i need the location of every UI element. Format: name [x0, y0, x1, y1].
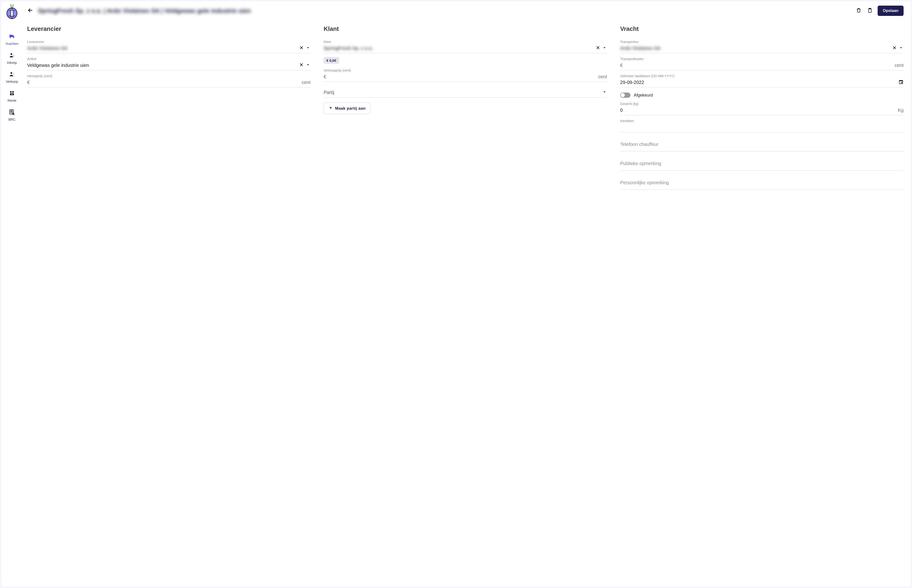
public-remark-placeholder: Publieke opmerking [620, 161, 661, 166]
currency-prefix: € [620, 63, 623, 68]
customer-column: Klant Klant SpringFresh Sp. z o.o. € 0,0… [323, 25, 607, 190]
customer-value: SpringFresh Sp. z o.o. [323, 45, 594, 52]
topbar: SpringFresh Sp. z o.o. | Ardo Violaines … [27, 6, 904, 16]
rejected-toggle[interactable] [620, 92, 631, 98]
svg-point-1 [11, 53, 12, 55]
sidebar-item-vrachten[interactable]: Vrachten [2, 33, 23, 45]
supplier-column: Leverancier Leverancier Ardo Violaines S… [27, 25, 310, 190]
driver-phone-field[interactable]: Telefoon chauffeur [620, 136, 904, 152]
svg-rect-6 [11, 94, 13, 95]
chevron-down-icon[interactable] [602, 45, 607, 51]
truck-icon [9, 33, 15, 40]
sidebar-item-rente[interactable]: Rente [2, 90, 23, 102]
price-chip: € 0,00 [323, 57, 339, 64]
create-batch-label: Maak partij aan [335, 106, 365, 111]
chevron-down-icon[interactable] [306, 45, 310, 51]
transport-cost-value [624, 65, 893, 66]
sale-price-value [328, 76, 597, 77]
freight-heading: Vracht [620, 25, 904, 32]
field-label: Inkoopprijs (cent) [27, 74, 310, 78]
personal-remark-field[interactable]: Persoonlijke opmerking [620, 174, 904, 190]
svg-point-3 [10, 91, 12, 93]
kg-suffix: Kg [898, 108, 904, 113]
close-icon[interactable] [595, 45, 600, 51]
customer-field[interactable]: Klant SpringFresh Sp. z o.o. [323, 40, 607, 53]
sale-icon [9, 71, 15, 78]
article-value: Veldgewas gele industrie uien [27, 62, 298, 68]
document-search-icon [9, 109, 15, 116]
currency-prefix: € [27, 80, 30, 85]
personal-remark-placeholder: Persoonlijke opmerking [620, 180, 669, 185]
sidebar-item-brc[interactable]: BRC [2, 109, 23, 121]
chevron-down-icon[interactable] [898, 45, 904, 51]
create-batch-button[interactable]: Maak partij aan [323, 103, 370, 114]
svg-point-2 [11, 72, 12, 74]
chevron-down-icon[interactable] [306, 62, 310, 68]
field-label: Transporteur [620, 40, 904, 44]
customer-heading: Klant [323, 25, 607, 32]
sidebar-item-label: BRC [8, 118, 15, 121]
close-icon[interactable] [299, 45, 304, 51]
close-icon[interactable] [892, 45, 897, 51]
sidebar-item-label: Rente [8, 99, 16, 102]
field-label: Transportkosten [620, 57, 904, 61]
sidebar: Vrachten Inkoop Verkoop Rente BRC [2, 2, 23, 586]
field-label: Leverancier [27, 40, 310, 44]
arrow-left-icon [27, 10, 34, 14]
cent-suffix: cent [895, 63, 904, 68]
carrier-field[interactable]: Transporteur Ardo Violaines SA [620, 40, 904, 53]
clipboard-icon [867, 8, 873, 14]
clipboard-button[interactable] [867, 7, 873, 14]
purchase-price-field[interactable]: Inkoopprijs (cent) € cent [27, 74, 310, 87]
article-field[interactable]: Artikel Veldgewas gele industrie uien [27, 57, 310, 70]
sidebar-item-verkoop[interactable]: Verkoop [2, 71, 23, 84]
sidebar-item-label: Verkoop [6, 80, 18, 84]
svg-rect-12 [899, 81, 903, 81]
driver-phone-placeholder: Telefoon chauffeur [620, 142, 658, 147]
field-label: Kenteken [620, 119, 904, 123]
currency-prefix: € [323, 74, 326, 79]
carrier-value: Ardo Violaines SA [620, 45, 891, 52]
page-title: SpringFresh Sp. z o.o. | Ardo Violaines … [38, 7, 851, 15]
purchase-icon [9, 52, 15, 60]
supplier-heading: Leverancier [27, 25, 310, 32]
sale-price-field[interactable]: Verkoopprijs (cent) € cent [323, 68, 607, 82]
cent-suffix: cent [302, 80, 310, 85]
supplier-value: Ardo Violaines SA [27, 45, 298, 52]
main-content: SpringFresh Sp. z o.o. | Ardo Violaines … [23, 2, 910, 586]
batch-field[interactable]: Partij [323, 86, 607, 97]
field-label: Gewicht (kg) [620, 102, 904, 106]
chevron-down-icon[interactable] [602, 89, 607, 95]
supplier-field[interactable]: Leverancier Ardo Violaines SA [27, 40, 310, 53]
cent-suffix: cent [598, 74, 607, 79]
plus-icon [328, 106, 333, 111]
field-label: Klant [323, 40, 607, 44]
license-plate-input[interactable] [620, 124, 904, 131]
purchase-price-value [31, 82, 300, 83]
sidebar-item-label: Vrachten [5, 42, 18, 45]
interest-icon [9, 90, 15, 97]
sidebar-item-label: Inkoop [7, 61, 17, 65]
back-button[interactable] [27, 7, 34, 15]
close-icon[interactable] [299, 62, 304, 68]
freight-column: Vracht Transporteur Ardo Violaines SA Tr… [620, 25, 904, 190]
batch-label: Partij [323, 89, 600, 95]
calendar-icon[interactable] [898, 79, 904, 85]
transport-cost-field[interactable]: Transportkosten € cent [620, 57, 904, 70]
field-label: Artikel [27, 57, 310, 61]
delete-button[interactable] [855, 7, 862, 14]
rejected-label: Afgekeurd [634, 93, 653, 98]
save-button[interactable]: Opslaan [878, 6, 904, 16]
weight-field[interactable]: Gewicht (kg) 0 Kg [620, 102, 904, 115]
svg-point-4 [12, 91, 14, 93]
license-plate-field[interactable]: Kenteken [620, 119, 904, 132]
weight-value: 0 [620, 107, 897, 113]
public-remark-field[interactable]: Publieke opmerking [620, 155, 904, 171]
field-label: Verkoopprijs (cent) [323, 68, 607, 72]
trash-icon [856, 8, 862, 14]
rejected-toggle-row: Afgekeurd [620, 92, 904, 98]
sidebar-item-inkoop[interactable]: Inkoop [2, 52, 23, 65]
field-label: Selecteer laaddatum (DD-MM-YYYY) [620, 74, 904, 78]
load-date-field[interactable]: Selecteer laaddatum (DD-MM-YYYY) 29-09-2… [620, 74, 904, 87]
load-date-value: 29-09-2022 [620, 79, 897, 86]
